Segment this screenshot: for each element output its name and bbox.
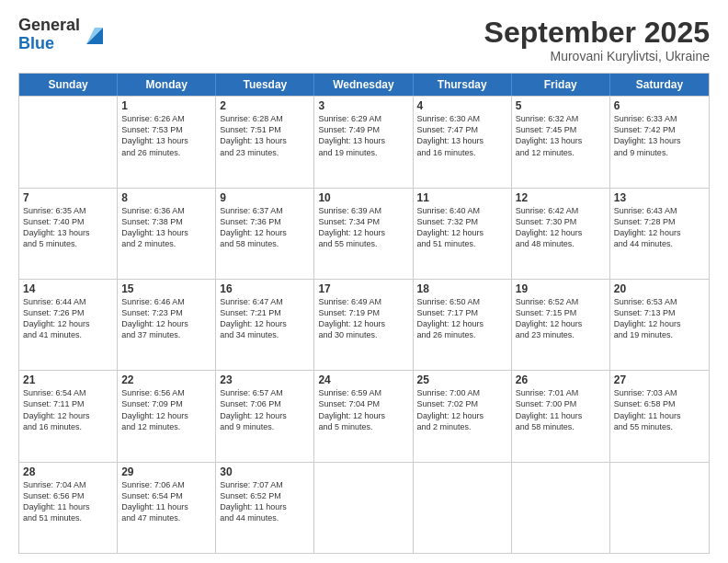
day-number: 24 xyxy=(318,373,408,386)
location: Murovani Kurylivtsi, Ukraine xyxy=(484,49,710,63)
day-number: 4 xyxy=(417,99,507,112)
calendar-cell: 16Sunrise: 6:47 AM Sunset: 7:21 PM Dayli… xyxy=(216,280,314,370)
calendar-cell: 7Sunrise: 6:35 AM Sunset: 7:40 PM Daylig… xyxy=(19,189,118,279)
day-number: 21 xyxy=(23,373,113,386)
calendar-header-cell: Friday xyxy=(512,74,610,96)
calendar-header-cell: Thursday xyxy=(414,74,512,96)
cell-info: Sunrise: 6:50 AM Sunset: 7:17 PM Dayligh… xyxy=(417,296,507,341)
calendar-cell: 12Sunrise: 6:42 AM Sunset: 7:30 PM Dayli… xyxy=(512,189,610,279)
calendar-header: SundayMondayTuesdayWednesdayThursdayFrid… xyxy=(19,74,709,96)
calendar-header-cell: Tuesday xyxy=(216,74,314,96)
calendar-cell: 30Sunrise: 7:07 AM Sunset: 6:52 PM Dayli… xyxy=(216,463,314,553)
day-number: 12 xyxy=(516,191,606,204)
cell-info: Sunrise: 6:29 AM Sunset: 7:49 PM Dayligh… xyxy=(318,113,408,158)
calendar-cell: 3Sunrise: 6:29 AM Sunset: 7:49 PM Daylig… xyxy=(314,97,413,187)
calendar-cell xyxy=(512,463,610,553)
calendar-cell: 14Sunrise: 6:44 AM Sunset: 7:26 PM Dayli… xyxy=(19,280,118,370)
day-number: 3 xyxy=(318,99,408,112)
cell-info: Sunrise: 7:04 AM Sunset: 6:56 PM Dayligh… xyxy=(23,479,113,524)
day-number: 22 xyxy=(121,373,211,386)
calendar-body: 1Sunrise: 6:26 AM Sunset: 7:53 PM Daylig… xyxy=(19,96,709,553)
logo-icon xyxy=(83,24,107,48)
cell-info: Sunrise: 6:56 AM Sunset: 7:09 PM Dayligh… xyxy=(121,387,211,432)
day-number: 13 xyxy=(614,191,705,204)
cell-info: Sunrise: 6:44 AM Sunset: 7:26 PM Dayligh… xyxy=(23,296,113,341)
cell-info: Sunrise: 6:46 AM Sunset: 7:23 PM Dayligh… xyxy=(121,296,211,341)
calendar-cell: 9Sunrise: 6:37 AM Sunset: 7:36 PM Daylig… xyxy=(216,189,314,279)
logo-general: General xyxy=(18,17,80,35)
day-number: 9 xyxy=(220,191,310,204)
day-number: 15 xyxy=(121,282,211,295)
day-number: 17 xyxy=(318,282,408,295)
calendar-week: 14Sunrise: 6:44 AM Sunset: 7:26 PM Dayli… xyxy=(19,279,709,370)
day-number: 1 xyxy=(121,99,211,112)
header: General Blue September 2025 Murovani Kur… xyxy=(18,17,710,63)
day-number: 20 xyxy=(614,282,705,295)
cell-info: Sunrise: 6:59 AM Sunset: 7:04 PM Dayligh… xyxy=(318,387,408,432)
calendar-cell xyxy=(314,463,413,553)
day-number: 27 xyxy=(614,373,705,386)
cell-info: Sunrise: 6:26 AM Sunset: 7:53 PM Dayligh… xyxy=(121,113,211,158)
cell-info: Sunrise: 6:28 AM Sunset: 7:51 PM Dayligh… xyxy=(220,113,310,158)
calendar-cell: 18Sunrise: 6:50 AM Sunset: 7:17 PM Dayli… xyxy=(414,280,512,370)
calendar-week: 7Sunrise: 6:35 AM Sunset: 7:40 PM Daylig… xyxy=(19,188,709,279)
day-number: 11 xyxy=(417,191,507,204)
cell-info: Sunrise: 6:32 AM Sunset: 7:45 PM Dayligh… xyxy=(516,113,606,158)
calendar-cell: 11Sunrise: 6:40 AM Sunset: 7:32 PM Dayli… xyxy=(414,189,512,279)
calendar-cell: 21Sunrise: 6:54 AM Sunset: 7:11 PM Dayli… xyxy=(19,371,118,461)
calendar-cell: 29Sunrise: 7:06 AM Sunset: 6:54 PM Dayli… xyxy=(118,463,216,553)
cell-info: Sunrise: 6:52 AM Sunset: 7:15 PM Dayligh… xyxy=(516,296,606,341)
cell-info: Sunrise: 6:47 AM Sunset: 7:21 PM Dayligh… xyxy=(220,296,310,341)
calendar-cell: 15Sunrise: 6:46 AM Sunset: 7:23 PM Dayli… xyxy=(118,280,216,370)
calendar-cell: 2Sunrise: 6:28 AM Sunset: 7:51 PM Daylig… xyxy=(216,97,314,187)
cell-info: Sunrise: 6:37 AM Sunset: 7:36 PM Dayligh… xyxy=(220,205,310,250)
calendar-cell: 5Sunrise: 6:32 AM Sunset: 7:45 PM Daylig… xyxy=(512,97,610,187)
calendar-week: 1Sunrise: 6:26 AM Sunset: 7:53 PM Daylig… xyxy=(19,96,709,187)
calendar-cell: 17Sunrise: 6:49 AM Sunset: 7:19 PM Dayli… xyxy=(314,280,413,370)
cell-info: Sunrise: 7:00 AM Sunset: 7:02 PM Dayligh… xyxy=(417,387,507,432)
cell-info: Sunrise: 6:57 AM Sunset: 7:06 PM Dayligh… xyxy=(220,387,310,432)
day-number: 25 xyxy=(417,373,507,386)
day-number: 6 xyxy=(614,99,705,112)
calendar-cell: 28Sunrise: 7:04 AM Sunset: 6:56 PM Dayli… xyxy=(19,463,118,553)
cell-info: Sunrise: 6:53 AM Sunset: 7:13 PM Dayligh… xyxy=(614,296,705,341)
day-number: 10 xyxy=(318,191,408,204)
day-number: 5 xyxy=(516,99,606,112)
calendar-cell: 1Sunrise: 6:26 AM Sunset: 7:53 PM Daylig… xyxy=(118,97,216,187)
day-number: 28 xyxy=(23,465,113,478)
cell-info: Sunrise: 6:54 AM Sunset: 7:11 PM Dayligh… xyxy=(23,387,113,432)
day-number: 16 xyxy=(220,282,310,295)
day-number: 2 xyxy=(220,99,310,112)
day-number: 29 xyxy=(121,465,211,478)
cell-info: Sunrise: 6:36 AM Sunset: 7:38 PM Dayligh… xyxy=(121,205,211,250)
calendar: SundayMondayTuesdayWednesdayThursdayFrid… xyxy=(18,73,710,554)
calendar-cell: 24Sunrise: 6:59 AM Sunset: 7:04 PM Dayli… xyxy=(314,371,413,461)
calendar-cell: 19Sunrise: 6:52 AM Sunset: 7:15 PM Dayli… xyxy=(512,280,610,370)
cell-info: Sunrise: 6:42 AM Sunset: 7:30 PM Dayligh… xyxy=(516,205,606,250)
calendar-cell: 13Sunrise: 6:43 AM Sunset: 7:28 PM Dayli… xyxy=(610,189,709,279)
day-number: 26 xyxy=(516,373,606,386)
cell-info: Sunrise: 6:30 AM Sunset: 7:47 PM Dayligh… xyxy=(417,113,507,158)
calendar-cell: 6Sunrise: 6:33 AM Sunset: 7:42 PM Daylig… xyxy=(610,97,709,187)
day-number: 23 xyxy=(220,373,310,386)
day-number: 7 xyxy=(23,191,113,204)
day-number: 30 xyxy=(220,465,310,478)
calendar-header-cell: Monday xyxy=(118,74,216,96)
day-number: 14 xyxy=(23,282,113,295)
page: General Blue September 2025 Murovani Kur… xyxy=(0,0,728,563)
calendar-cell: 23Sunrise: 6:57 AM Sunset: 7:06 PM Dayli… xyxy=(216,371,314,461)
calendar-cell xyxy=(19,97,118,187)
day-number: 8 xyxy=(121,191,211,204)
cell-info: Sunrise: 7:03 AM Sunset: 6:58 PM Dayligh… xyxy=(614,387,705,432)
calendar-cell: 4Sunrise: 6:30 AM Sunset: 7:47 PM Daylig… xyxy=(414,97,512,187)
calendar-cell xyxy=(414,463,512,553)
calendar-cell xyxy=(610,463,709,553)
calendar-header-cell: Sunday xyxy=(19,74,118,96)
day-number: 18 xyxy=(417,282,507,295)
calendar-cell: 26Sunrise: 7:01 AM Sunset: 7:00 PM Dayli… xyxy=(512,371,610,461)
day-number: 19 xyxy=(516,282,606,295)
cell-info: Sunrise: 6:35 AM Sunset: 7:40 PM Dayligh… xyxy=(23,205,113,250)
cell-info: Sunrise: 6:39 AM Sunset: 7:34 PM Dayligh… xyxy=(318,205,408,250)
calendar-cell: 8Sunrise: 6:36 AM Sunset: 7:38 PM Daylig… xyxy=(118,189,216,279)
calendar-week: 28Sunrise: 7:04 AM Sunset: 6:56 PM Dayli… xyxy=(19,462,709,553)
